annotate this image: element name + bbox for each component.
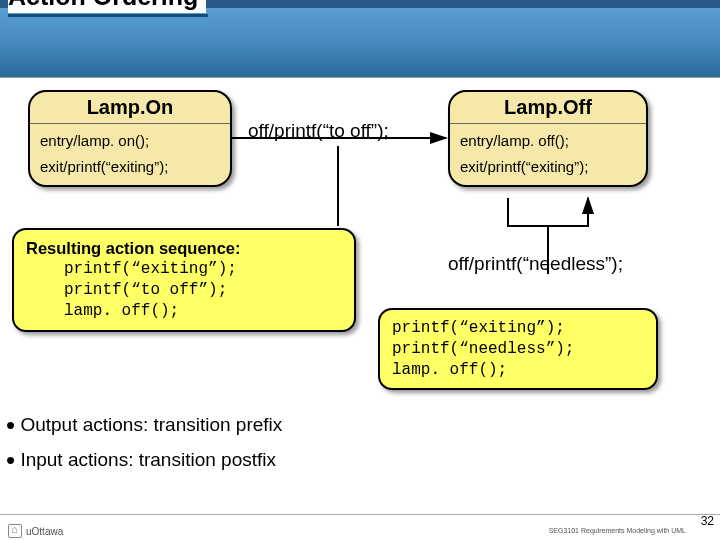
callout2-line: lamp. off(); xyxy=(392,360,644,381)
building-icon xyxy=(8,524,22,538)
callout-self-sequence: printf(“exiting”); printf(“needless”); l… xyxy=(378,308,658,390)
org-logo: uOttawa xyxy=(8,524,63,538)
callout1-line: printf(“to off”); xyxy=(26,280,342,301)
callout2-line: printf(“needless”); xyxy=(392,339,644,360)
callout1-line: printf(“exiting”); xyxy=(26,259,342,280)
state-lamp-off: Lamp.Off entry/lamp. off(); exit/printf(… xyxy=(448,90,648,187)
callout2-line: printf(“exiting”); xyxy=(392,318,644,339)
header-accent xyxy=(8,14,208,17)
transition-self-label: off/printf(“needless”); xyxy=(448,253,623,275)
callout1-line: lamp. off(); xyxy=(26,301,342,322)
org-name: uOttawa xyxy=(26,526,63,537)
state-off-title: Lamp.Off xyxy=(460,96,636,121)
slide-footer: uOttawa SEG3101 Requirements Modeling wi… xyxy=(0,514,720,540)
bullet-list: • Output actions: transition prefix • In… xyxy=(6,408,282,478)
bullet-1: Output actions: transition prefix xyxy=(20,414,282,435)
state-on-entry: entry/lamp. on(); xyxy=(40,128,220,154)
state-on-exit: exit/printf(“exiting”); xyxy=(40,154,220,180)
state-on-title: Lamp.On xyxy=(40,96,220,121)
state-off-exit: exit/printf(“exiting”); xyxy=(460,154,636,180)
callout-result-sequence: Resulting action sequence: printf(“exiti… xyxy=(12,228,356,332)
page-number: 32 xyxy=(701,514,714,528)
slide-header: Action Ordering xyxy=(0,8,720,78)
state-lamp-on: Lamp.On entry/lamp. on(); exit/printf(“e… xyxy=(28,90,232,187)
slide-content: Lamp.On entry/lamp. on(); exit/printf(“e… xyxy=(0,78,720,508)
transition-to-off-label: off/printf(“to off”); xyxy=(248,120,389,142)
state-off-entry: entry/lamp. off(); xyxy=(460,128,636,154)
bullet-2: Input actions: transition postfix xyxy=(20,449,276,470)
footer-course: SEG3101 Requirements Modeling with UML xyxy=(549,527,686,534)
slide-title: Action Ordering xyxy=(8,0,206,13)
callout1-heading: Resulting action sequence: xyxy=(26,238,342,259)
